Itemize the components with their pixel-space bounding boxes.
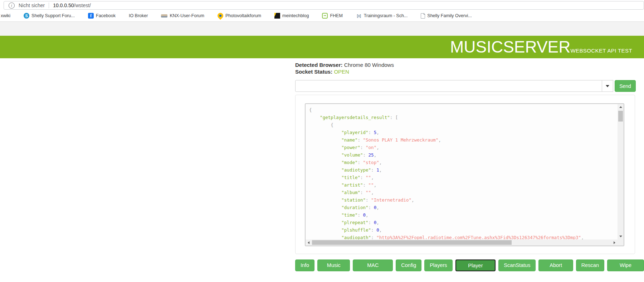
page-top-band — [0, 21, 644, 36]
code-line: { — [309, 121, 618, 129]
code-line: "getplayersdetails_result": [ — [309, 114, 618, 121]
bookmark-fhem[interactable]: FHEM — [322, 13, 342, 19]
arrow-down-icon — [619, 236, 622, 237]
bookmark-meintechblog[interactable]: meintechblog — [274, 13, 309, 19]
scroll-right-button[interactable] — [611, 239, 618, 246]
bookmark-io-broker[interactable]: IO Broker — [129, 13, 148, 18]
action-button-rescan[interactable]: Rescan — [576, 259, 604, 271]
command-composer: Send — [295, 80, 636, 92]
code-line: "name": "Sonos PLAY 1 Mehrzweckraum", — [309, 136, 618, 144]
info-icon[interactable]: i — [9, 3, 15, 9]
detected-browser-label: Detected Browser: — [295, 62, 343, 68]
action-button-abort-scan[interactable]: Abort Scan — [538, 259, 573, 271]
security-label: Nicht sicher — [19, 3, 45, 8]
action-button-mac-address[interactable]: MAC Address — [353, 259, 393, 271]
command-dropdown-button[interactable] — [602, 80, 613, 92]
page-favicon-icon — [421, 13, 425, 19]
bookmark-label: Shelly Support Foru... — [31, 13, 75, 18]
scroll-left-button[interactable] — [306, 239, 312, 246]
bookmarks-bar: xwikiSShelly Support Foru...fFacebookIO … — [1, 11, 472, 21]
bookmark-label: xwiki — [1, 13, 10, 18]
code-line: "volume": 25, — [309, 151, 618, 159]
facebook-favicon-icon: f — [88, 13, 94, 19]
arrow-left-icon — [308, 241, 309, 244]
send-button[interactable]: Send — [615, 80, 636, 92]
vertical-scrollbar-thumb[interactable] — [618, 111, 623, 122]
bookmark-label: Trainingsraum - Sch... — [364, 13, 408, 18]
bookmark-label: Photovoltaikforum — [225, 13, 261, 18]
bookmark-label: IO Broker — [129, 13, 148, 18]
horizontal-scrollbar[interactable] — [306, 239, 618, 246]
bookmark-shelly-support-foru[interactable]: SShelly Support Foru... — [24, 13, 75, 19]
action-button-player-details[interactable]: Player Details — [455, 259, 496, 271]
output-panel: { "getplayersdetails_result": [ { "playe… — [295, 95, 635, 254]
code-line: "plshuffle": 0, — [309, 226, 618, 234]
fhem-house-favicon-icon — [322, 13, 328, 19]
action-button-wipe-cache[interactable]: Wipe Cache — [607, 259, 644, 271]
bookmark-photovoltaikforum[interactable]: Photovoltaikforum — [218, 13, 261, 19]
page-subtitle: WEBSOCKET API TEST — [570, 48, 632, 54]
scroll-up-button[interactable] — [618, 104, 624, 110]
knx-favicon-icon — [161, 14, 167, 18]
scrollbar-corner — [618, 239, 624, 246]
vertical-scrollbar[interactable] — [618, 104, 624, 239]
action-button-config[interactable]: Config — [396, 259, 421, 271]
bookmark-shelly-family-overvi[interactable]: Shelly Family Overvi... — [421, 13, 472, 19]
code-line: "audiopath": "http%3A%2F%2Fopml.radiotim… — [309, 234, 618, 239]
bookmark-xwiki[interactable]: xwiki — [1, 13, 10, 18]
code-line: "title": "", — [309, 174, 618, 181]
bookmark-label: FHEM — [330, 13, 342, 18]
code-line: "station": "Internetradio", — [309, 196, 618, 204]
shelly-favicon-icon: S — [24, 13, 29, 19]
action-button-scanstatus[interactable]: ScanStatus — [498, 259, 536, 271]
bookmark-label: Facebook — [96, 13, 116, 18]
page-title: MUSICSERVER — [450, 39, 571, 55]
meintechblog-favicon-icon — [274, 13, 280, 19]
code-line: "album": "", — [309, 189, 618, 196]
url-text[interactable]: 10.0.0.50/wstest/ — [53, 3, 91, 8]
json-output: { "getplayersdetails_result": [ { "playe… — [306, 104, 618, 239]
url-divider — [49, 3, 49, 8]
bookmark-trainingsraum-sch[interactable]: [x]Trainingsraum - Sch... — [356, 13, 408, 19]
code-line: "artist": "", — [309, 181, 618, 189]
socket-status-value: OPEN — [334, 69, 349, 75]
arrow-right-icon — [614, 241, 615, 244]
code-line: "mode": "stop", — [309, 159, 618, 166]
bookmark-label: meintechblog — [282, 13, 309, 18]
action-button-row: InfoMusic InfoMAC AddressConfigPlayersPl… — [295, 259, 644, 271]
brackets-favicon-icon: [x] — [356, 13, 362, 19]
socket-status-label: Socket Status: — [295, 69, 332, 75]
address-bar[interactable]: i Nicht sicher 10.0.0.50/wstest/ — [4, 1, 644, 10]
action-button-players[interactable]: Players — [424, 259, 452, 271]
detected-browser-value: Chrome 80 Windows — [344, 62, 394, 68]
detected-browser-line: Detected Browser: Chrome 80 Windows — [295, 61, 394, 68]
json-output-box[interactable]: { "getplayersdetails_result": [ { "playe… — [305, 103, 624, 246]
code-line: "audiotype": 1, — [309, 166, 618, 174]
app-header: MUSICSERVERWEBSOCKET API TEST — [0, 36, 644, 58]
url-path: /wstest/ — [74, 3, 91, 8]
bookmark-knx-user-forum[interactable]: KNX-User-Forum — [161, 13, 204, 18]
code-line: { — [309, 106, 618, 114]
status-block: Detected Browser: Chrome 80 Windows Sock… — [295, 61, 394, 75]
action-button-music-info[interactable]: Music Info — [317, 259, 350, 271]
action-button-info[interactable]: Info — [295, 259, 314, 271]
code-line: "plrepeat": 0, — [309, 219, 618, 226]
arrow-up-icon — [619, 106, 622, 108]
scroll-down-button[interactable] — [618, 233, 624, 239]
code-line: "time": 0, — [309, 211, 618, 219]
browser-chrome: i Nicht sicher 10.0.0.50/wstest/ xwikiSS… — [0, 0, 644, 21]
horizontal-scrollbar-thumb[interactable] — [312, 240, 512, 245]
socket-status-line: Socket Status: OPEN — [295, 68, 394, 75]
app-header-text: MUSICSERVERWEBSOCKET API TEST — [450, 39, 632, 55]
code-line: "playerid": 5, — [309, 129, 618, 136]
code-line: "duration": 0, — [309, 204, 618, 211]
url-host: 10.0.0.50 — [53, 3, 74, 8]
command-input[interactable] — [295, 80, 602, 92]
chevron-down-icon — [606, 85, 609, 87]
map-pin-favicon-icon — [216, 12, 225, 20]
code-line: "power": "on", — [309, 144, 618, 151]
bookmark-label: KNX-User-Forum — [170, 13, 204, 18]
bookmark-facebook[interactable]: fFacebook — [88, 13, 116, 19]
bookmark-label: Shelly Family Overvi... — [427, 13, 472, 18]
